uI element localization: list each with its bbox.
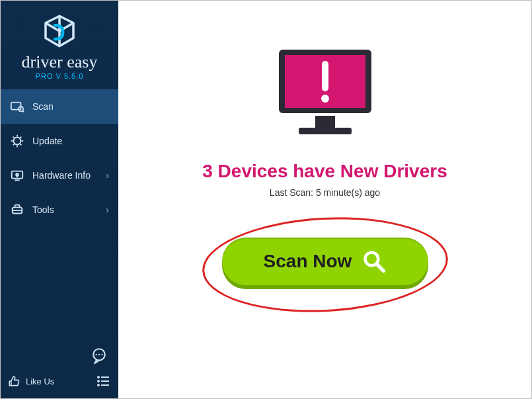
svg-line-11 (13, 144, 15, 146)
update-icon (10, 134, 24, 148)
tools-icon (10, 202, 24, 217)
like-us-label: Like Us (26, 377, 54, 386)
feedback-icon[interactable] (91, 347, 108, 364)
svg-point-23 (98, 377, 99, 378)
sidebar-item-scan[interactable]: Scan (1, 89, 118, 124)
sidebar-item-label: Update (32, 136, 62, 146)
svg-line-9 (13, 137, 15, 138)
svg-point-21 (98, 354, 100, 355)
chevron-right-icon: › (106, 170, 109, 181)
scan-now-button[interactable]: Scan Now (222, 238, 428, 285)
sidebar: driver easy PRO V 5.5.0 Scan (1, 1, 118, 398)
svg-line-10 (20, 144, 22, 146)
svg-rect-31 (315, 116, 335, 128)
like-us-button[interactable]: Like Us (7, 375, 54, 388)
sidebar-item-tools[interactable]: Tools › (1, 193, 118, 227)
sidebar-item-label: Tools (32, 204, 54, 215)
logo-icon (41, 13, 78, 50)
sidebar-item-update[interactable]: Update (1, 124, 118, 158)
svg-point-22 (101, 354, 102, 355)
brand-block: driver easy PRO V 5.5.0 (1, 1, 118, 84)
hardware-icon: i (10, 168, 24, 183)
sidebar-item-hardware-info[interactable]: i Hardware Info › (1, 158, 118, 193)
scan-now-label: Scan Now (264, 251, 352, 272)
svg-rect-1 (11, 103, 21, 110)
search-icon (362, 249, 386, 273)
svg-line-36 (377, 265, 384, 271)
svg-point-34 (321, 95, 329, 103)
main-content: 3 Devices have New Drivers Last Scan: 5 … (118, 1, 531, 398)
thumbs-up-icon (7, 375, 20, 388)
chevron-right-icon: › (106, 204, 109, 215)
menu-list-icon[interactable] (96, 373, 112, 389)
svg-point-20 (96, 354, 97, 355)
sidebar-footer: Like Us (1, 341, 118, 398)
alert-monitor-icon (269, 44, 381, 144)
svg-rect-32 (299, 128, 352, 134)
headline: 3 Devices have New Drivers (202, 161, 447, 182)
scan-button-area: Scan Now (206, 222, 444, 308)
brand-version: PRO V 5.5.0 (1, 72, 118, 80)
svg-line-12 (20, 137, 22, 138)
sidebar-item-label: Scan (32, 101, 54, 112)
nav: Scan Update i (1, 89, 118, 227)
svg-point-25 (98, 380, 99, 382)
svg-point-27 (98, 384, 99, 386)
sidebar-item-label: Hardware Info (32, 170, 91, 181)
last-scan-text: Last Scan: 5 minute(s) ago (270, 187, 380, 198)
svg-point-4 (14, 138, 21, 145)
brand-name: driver easy (1, 54, 118, 71)
scan-icon (10, 99, 24, 114)
svg-line-3 (22, 111, 24, 112)
